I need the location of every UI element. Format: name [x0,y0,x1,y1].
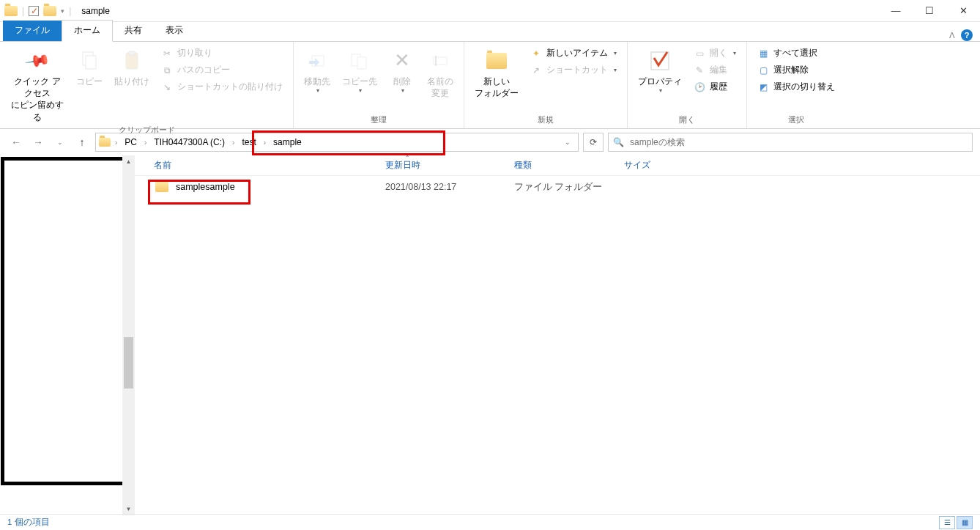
copy-path-button[interactable]: ⧉ パスのコピー [160,63,284,77]
rename-icon [428,49,452,73]
list-item[interactable]: samplesample 2021/08/13 22:17 ファイル フォルダー [135,176,980,198]
group-label-new: 新規 [470,113,621,127]
qat-folder-icon[interactable] [43,6,56,16]
paste-shortcut-button[interactable]: ↘ ショートカットの貼り付け [160,80,284,94]
crumb-sep[interactable]: › [143,139,148,147]
nav-up-button[interactable]: ↑ [73,133,91,151]
navpane-scrollbar[interactable]: ▲ ▼ [122,155,135,515]
tab-file[interactable]: ファイル [3,21,62,41]
help-icon[interactable]: ? [961,29,973,41]
edit-icon: ✎ [694,65,705,76]
column-type[interactable]: 種類 [504,159,614,172]
main-area: ▲ ▼ ˄ 名前 更新日時 種類 サイズ samplesample 2021/0… [0,155,980,515]
invert-select-button[interactable]: ◩ 選択の切り替え [756,80,836,94]
view-details-button[interactable]: ☰ [939,516,955,529]
qat-checkbox-icon[interactable]: ✓ [29,6,39,16]
qat-separator: | [22,6,24,16]
search-box[interactable]: 🔍 [608,133,973,152]
tab-share[interactable]: 共有 [113,21,154,41]
ribbon-group-select: ▦ すべて選択 ▢ 選択解除 ◩ 選択の切り替え 選択 [747,42,845,128]
svg-rect-3 [129,51,135,55]
pin-icon: 📌 [21,45,54,78]
crumb-pc[interactable]: PC [122,137,140,147]
maximize-button[interactable]: ☐ [913,0,946,22]
address-dropdown-icon[interactable]: ⌄ [560,139,575,146]
close-button[interactable]: ✕ [946,0,980,22]
address-bar[interactable]: › PC › TIH0447300A (C:) › test › sample … [95,133,579,152]
tab-home[interactable]: ホーム [62,20,113,42]
sort-indicator-icon: ˄ [406,155,409,162]
select-none-icon: ▢ [757,65,769,76]
crumb-test[interactable]: test [239,137,259,147]
move-to-button[interactable]: 移動先▾ [300,45,335,95]
item-type: ファイル フォルダー [504,181,614,194]
app-folder-icon [4,6,18,16]
properties-button[interactable]: プロパティ▾ [634,45,686,95]
ribbon-group-open: プロパティ▾ ▭ 開く▾ ✎ 編集 🕑 履歴 開く [628,42,747,128]
paste-button[interactable]: 貼り付け [110,45,154,87]
scissors-icon: ✂ [161,48,173,59]
pin-quick-access-button[interactable]: 📌 クイック アクセス にピン留めする [6,45,69,123]
svg-rect-8 [435,56,437,66]
qat-dropdown-icon[interactable]: ▾ [61,7,64,15]
history-icon: 🕑 [694,81,705,93]
edit-button[interactable]: ✎ 編集 [692,63,738,77]
delete-button[interactable]: ✕ 削除▾ [385,45,420,95]
cut-button[interactable]: ✂ 切り取り [160,46,284,60]
shortcut-paste-icon: ↘ [161,81,173,93]
copy-button[interactable]: コピー [72,45,107,87]
crumb-sample[interactable]: sample [270,137,305,147]
history-button[interactable]: 🕑 履歴 [692,80,738,94]
ribbon-group-new: 新しい フォルダー ✦ 新しいアイテム▾ ↗ ショートカット▾ 新規 [464,42,628,128]
new-folder-button[interactable]: 新しい フォルダー [470,45,523,99]
crumb-drive[interactable]: TIH0447300A (C:) [151,137,228,147]
group-label-select: 選択 [753,113,839,127]
item-date: 2021/08/13 22:17 [375,182,504,192]
file-list: ˄ 名前 更新日時 種類 サイズ samplesample 2021/08/13… [135,155,980,515]
item-count: 1 個の項目 [7,517,50,528]
nav-recent-dropdown[interactable]: ⌄ [51,133,69,151]
select-none-button[interactable]: ▢ 選択解除 [756,63,836,77]
navigation-pane[interactable]: ▲ ▼ [0,155,135,515]
copy-to-button[interactable]: コピー先▾ [338,45,382,95]
nav-row: ← → ⌄ ↑ › PC › TIH0447300A (C:) › test ›… [0,129,980,155]
annotation-black-box [1,157,131,485]
window-title: sample [75,6,116,16]
minimize-button[interactable]: — [879,0,913,22]
qat-separator-2: | [69,6,71,16]
crumb-sep[interactable]: › [231,139,236,147]
column-size[interactable]: サイズ [614,159,702,172]
delete-icon: ✕ [390,49,414,73]
new-item-button[interactable]: ✦ 新しいアイテム▾ [529,46,618,60]
address-folder-icon [99,138,111,147]
new-item-icon: ✦ [530,48,542,59]
rename-button[interactable]: 名前の 変更 [423,45,458,99]
column-name[interactable]: 名前 [135,159,375,172]
new-shortcut-button[interactable]: ↗ ショートカット▾ [529,63,618,77]
shortcut-icon: ↗ [530,65,542,76]
column-date[interactable]: 更新日時 [375,159,504,172]
nav-back-button[interactable]: ← [7,133,25,151]
crumb-sep[interactable]: › [262,139,267,147]
folder-icon [155,182,168,192]
ribbon: 📌 クイック アクセス にピン留めする コピー 貼り付け ✂ 切り取り [0,41,980,129]
copy-to-icon [348,49,371,73]
move-to-icon [305,49,329,73]
group-label-organize: 整理 [300,113,458,127]
open-button[interactable]: ▭ 開く▾ [692,46,738,60]
select-all-button[interactable]: ▦ すべて選択 [756,46,836,60]
item-name: samplesample [176,182,235,192]
tab-view[interactable]: 表示 [154,21,195,41]
collapse-ribbon-icon[interactable]: ᐱ [949,31,955,40]
copy-icon [78,49,101,73]
refresh-button[interactable]: ⟳ [583,133,604,152]
scroll-up-icon[interactable]: ▲ [122,155,135,168]
scrollbar-thumb[interactable] [124,337,133,389]
open-icon: ▭ [694,48,705,59]
invert-icon: ◩ [757,81,769,93]
new-folder-icon [485,49,508,73]
crumb-sep[interactable]: › [114,139,119,147]
view-large-button[interactable]: ▦ [957,516,973,529]
search-input[interactable] [630,137,968,147]
nav-forward-button[interactable]: → [29,133,47,151]
